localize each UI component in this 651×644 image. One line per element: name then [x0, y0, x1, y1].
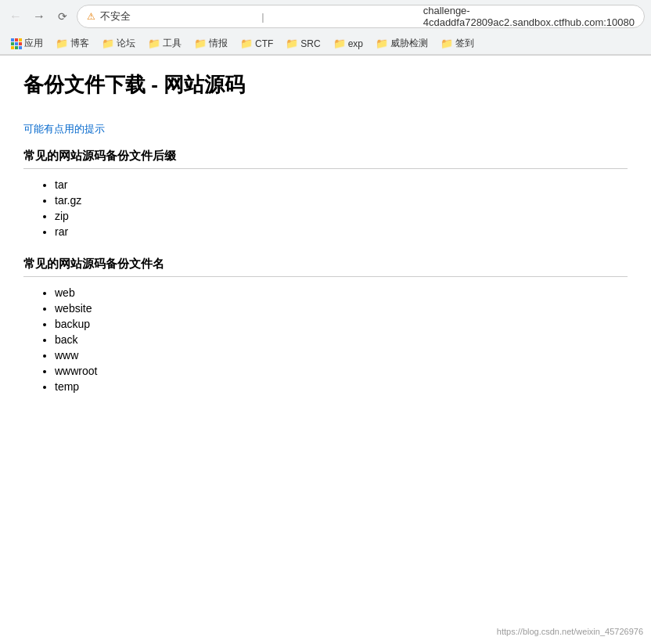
folder-icon-intel: 📁 — [194, 38, 207, 49]
folder-icon-signin: 📁 — [441, 38, 453, 49]
bookmark-apps-label: 应用 — [24, 37, 43, 50]
folder-icon-forum: 📁 — [102, 38, 114, 49]
bookmark-blog[interactable]: 📁 博客 — [51, 35, 94, 52]
list-item: tar — [55, 178, 628, 191]
folder-icon-exp: 📁 — [333, 38, 346, 49]
bookmark-blog-label: 博客 — [70, 37, 89, 50]
list-item: rar — [55, 225, 628, 238]
list-item: temp — [55, 380, 628, 393]
url-address: challenge-4cdaddfa72809ac2.sandbox.ctfhu… — [423, 5, 635, 28]
section1-list: tar tar.gz zip rar — [23, 178, 628, 238]
bookmarks-bar: 应用 📁 博客 📁 论坛 📁 工具 📁 情报 📁 CTF 📁 SRC 📁 e — [0, 33, 651, 55]
back-button[interactable]: ← — [6, 7, 25, 26]
folder-icon-threat: 📁 — [376, 38, 388, 49]
list-item: wwwroot — [55, 365, 628, 377]
security-icon: ⚠ — [87, 11, 95, 22]
bookmark-intel[interactable]: 📁 情报 — [189, 35, 232, 52]
bookmark-signin-label: 签到 — [455, 37, 474, 50]
section2-heading: 常见的网站源码备份文件名 — [23, 257, 628, 272]
section1-divider — [23, 168, 628, 169]
list-item: backup — [55, 318, 628, 330]
bookmark-threat-label: 威胁检测 — [390, 37, 428, 50]
folder-icon-tools: 📁 — [148, 38, 160, 49]
url-text: 不安全 — [100, 9, 257, 23]
hint-label: 可能有点用的提示 — [23, 122, 628, 136]
refresh-button[interactable]: ⟳ — [53, 7, 72, 26]
browser-chrome: ← → ⟳ ⚠ 不安全 | challenge-4cdaddfa72809ac2… — [0, 0, 651, 56]
bookmark-forum-label: 论坛 — [117, 37, 135, 50]
folder-icon-ctf: 📁 — [240, 38, 253, 49]
bookmark-tools-label: 工具 — [163, 37, 182, 50]
bookmark-exp[interactable]: 📁 exp — [329, 36, 368, 51]
folder-icon-src: 📁 — [286, 38, 298, 49]
forward-button[interactable]: → — [30, 7, 49, 26]
section2-divider — [23, 276, 628, 277]
bookmark-apps[interactable]: 应用 — [6, 35, 48, 52]
bookmark-exp-label: exp — [348, 38, 363, 49]
bookmark-src-label: SRC — [300, 38, 320, 49]
bookmark-tools[interactable]: 📁 工具 — [143, 35, 186, 52]
list-item: www — [55, 349, 628, 362]
page-title: 备份文件下载 - 网站源码 — [23, 71, 628, 99]
bookmark-intel-label: 情报 — [209, 37, 228, 50]
list-item: tar.gz — [55, 194, 628, 207]
bookmark-src[interactable]: 📁 SRC — [281, 36, 325, 51]
section2-list: web website backup back www wwwroot temp — [23, 286, 628, 393]
bookmark-threat[interactable]: 📁 威胁检测 — [371, 35, 433, 52]
bookmark-signin[interactable]: 📁 签到 — [436, 35, 479, 52]
list-item: back — [55, 333, 628, 346]
folder-icon-blog: 📁 — [56, 38, 68, 49]
url-separator: | — [261, 11, 418, 23]
section1-heading: 常见的网站源码备份文件后缀 — [23, 149, 628, 164]
list-item: zip — [55, 210, 628, 222]
list-item: website — [55, 302, 628, 315]
list-item: web — [55, 286, 628, 299]
browser-toolbar: ← → ⟳ ⚠ 不安全 | challenge-4cdaddfa72809ac2… — [0, 0, 651, 33]
page-content: 备份文件下载 - 网站源码 可能有点用的提示 常见的网站源码备份文件后缀 tar… — [0, 56, 651, 427]
address-bar[interactable]: ⚠ 不安全 | challenge-4cdaddfa72809ac2.sandb… — [77, 5, 645, 28]
bookmark-ctf-label: CTF — [255, 38, 273, 49]
bookmark-forum[interactable]: 📁 论坛 — [97, 35, 140, 52]
apps-grid-icon — [11, 38, 22, 49]
bookmark-ctf[interactable]: 📁 CTF — [236, 36, 278, 51]
